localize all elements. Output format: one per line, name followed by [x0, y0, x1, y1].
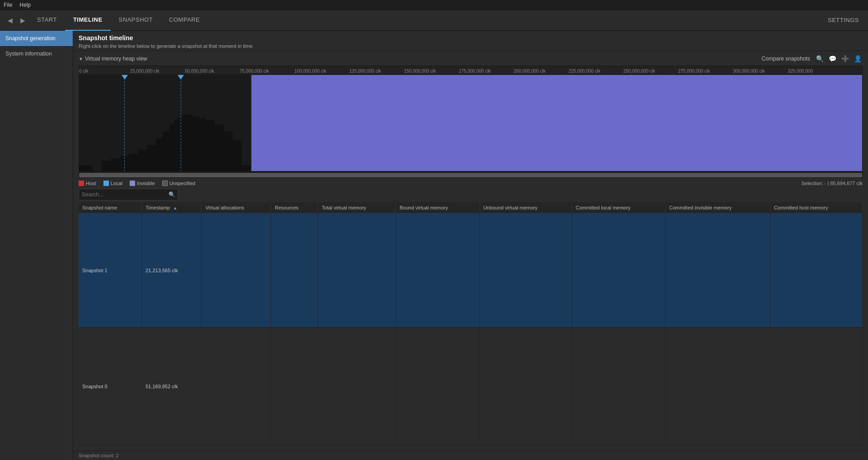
legend-unspecified-color	[162, 181, 168, 186]
snapshot-timestamp-0: 51,169,852 clk	[142, 328, 202, 445]
table-header-row: Snapshot name Timestamp ▲ Virtual alloca…	[79, 202, 863, 213]
ruler-label-4: 100,000,000 clk	[295, 69, 327, 74]
top-nav: ◀ ▶ START TIMELINE SNAPSHOT COMPARE SETT…	[0, 10, 868, 31]
col-header-committed-host[interactable]: Committed host memory	[770, 202, 862, 213]
sort-arrow-icon: ▲	[173, 206, 177, 210]
tab-snapshot[interactable]: SNAPSHOT	[111, 10, 161, 31]
ruler-label-9: 225,000,000 clk	[568, 69, 601, 74]
tab-compare[interactable]: COMPARE	[161, 10, 208, 31]
snapshot-committed-host-1	[770, 213, 862, 328]
legend-local-color	[103, 181, 109, 186]
legend-unspecified-label: Unspecified	[169, 181, 195, 186]
col-header-name[interactable]: Snapshot name	[79, 202, 142, 213]
sidebar: Snapshot generation System information	[0, 31, 73, 460]
scrollbar-thumb[interactable]	[79, 173, 862, 177]
search-input[interactable]	[79, 191, 166, 198]
table-section: 🔍 Snapshot name Timestamp ▲ Virtual allo…	[73, 189, 868, 451]
timeline-label-text: Virtual memory heap view	[85, 56, 147, 62]
legend-invisible-color	[130, 181, 135, 186]
table-row[interactable]: Snapshot 1 21,213,565 clk	[79, 213, 863, 328]
col-header-total-virtual[interactable]: Total virtual memory	[318, 202, 396, 213]
timeline-svg	[79, 75, 862, 171]
snapshot-unbound-virtual-0	[479, 328, 572, 445]
snapshot-total-virtual-1	[318, 213, 396, 328]
timeline-chart[interactable]	[79, 74, 863, 172]
snapshot-committed-invisible-1	[665, 213, 770, 328]
comment-icon[interactable]: 💬	[827, 54, 837, 64]
search-tool-icon[interactable]: 🔍	[815, 54, 825, 64]
section-title: Snapshot timeline	[79, 34, 863, 42]
ruler-label-5: 125,000,000 clk	[349, 69, 381, 74]
menu-file[interactable]: File	[4, 2, 12, 8]
timeline-section: ▼ Virtual memory heap view Compare snaps…	[73, 51, 868, 189]
menu-bar: File Help	[0, 0, 868, 10]
selection-info: Selection: - | 85,694,677 clk	[801, 181, 863, 186]
col-header-virtual-alloc[interactable]: Virtual allocations	[202, 202, 271, 213]
legend-host-label: Host	[86, 181, 96, 186]
status-bar: Snapshot count: 2	[73, 451, 868, 460]
snapshot-0-marker	[178, 75, 184, 79]
ruler-label-8: 200,000,000 clk	[514, 69, 546, 74]
nav-back-button[interactable]: ◀	[4, 14, 16, 27]
legend-unspecified: Unspecified	[162, 181, 195, 186]
legend-host-color	[79, 181, 84, 186]
legend-invisible: Invisible	[130, 181, 155, 186]
snapshot-1-arrow	[122, 75, 128, 79]
search-icon: 🔍	[166, 191, 178, 198]
col-header-committed-local[interactable]: Committed local memory	[572, 202, 665, 213]
legend: Host Local Invisible Unspecified	[79, 178, 863, 189]
search-bar[interactable]: 🔍	[79, 189, 178, 200]
col-header-committed-invisible[interactable]: Committed invisible memory	[665, 202, 770, 213]
compare-snapshots-button[interactable]: Compare snapshots	[762, 56, 810, 62]
timeline-ruler: 0 clk 25,000,000 clk 50,000,000 clk 75,0…	[79, 65, 863, 74]
menu-help[interactable]: Help	[19, 2, 31, 8]
timeline-scrollbar[interactable]	[79, 172, 863, 178]
settings-button[interactable]: SETTINGS	[822, 17, 864, 23]
legend-items: Host Local Invisible Unspecified	[79, 181, 195, 186]
sidebar-item-system-information[interactable]: System information	[0, 46, 73, 61]
snapshot-committed-host-0	[770, 328, 862, 445]
legend-local: Local	[103, 181, 122, 186]
col-header-bound-virtual[interactable]: Bound virtual memory	[396, 202, 479, 213]
add-icon[interactable]: ➕	[840, 54, 850, 64]
main-content: Snapshot timeline Right-click on the tim…	[73, 31, 868, 460]
user-icon[interactable]: 👤	[853, 54, 863, 64]
snapshot-name-1: Snapshot 1	[79, 213, 142, 328]
tab-timeline[interactable]: TIMELINE	[65, 10, 111, 31]
ruler-label-0: 0 clk	[79, 69, 89, 74]
svg-rect-1	[251, 75, 862, 171]
ruler-label-12: 300,000,000 clk	[733, 69, 765, 74]
ruler-label-10: 250,000,000 clk	[623, 69, 655, 74]
legend-host: Host	[79, 181, 96, 186]
timeline-header: ▼ Virtual memory heap view Compare snaps…	[79, 54, 863, 64]
main-layout: Snapshot generation System information S…	[0, 31, 868, 460]
snapshot-bound-virtual-1	[396, 213, 479, 328]
toolbar-icons: 🔍 💬 ➕ 👤	[815, 54, 863, 64]
col-header-resources[interactable]: Resources	[271, 202, 318, 213]
snapshot-committed-invisible-0	[665, 328, 770, 445]
col-header-unbound-virtual[interactable]: Unbound virtual memory	[479, 202, 572, 213]
snapshot-count: Snapshot count: 2	[79, 453, 119, 458]
snapshot-committed-local-0	[572, 328, 665, 445]
ruler-label-3: 75,000,000 clk	[239, 69, 269, 74]
snapshot-0-arrow	[178, 75, 184, 79]
snapshot-table: Snapshot name Timestamp ▲ Virtual alloca…	[79, 202, 863, 445]
ruler-label-1: 25,000,000 clk	[130, 69, 160, 74]
ruler-label-13: 325,000,000	[788, 69, 813, 74]
table-row[interactable]: Snapshot 0 51,169,852 clk	[79, 328, 863, 445]
snapshot-name-0: Snapshot 0	[79, 328, 142, 445]
sidebar-item-snapshot-generation[interactable]: Snapshot generation	[0, 31, 73, 46]
snapshot-total-virtual-0	[318, 328, 396, 445]
ruler-label-2: 50,000,000 clk	[185, 69, 214, 74]
timeline-label[interactable]: ▼ Virtual memory heap view	[79, 56, 147, 62]
snapshot-unbound-virtual-1	[479, 213, 572, 328]
nav-forward-button[interactable]: ▶	[16, 14, 29, 27]
tab-start[interactable]: START	[29, 10, 65, 31]
snapshot-1-marker	[122, 75, 128, 79]
snapshot-timestamp-1: 21,213,565 clk	[142, 213, 202, 328]
col-header-timestamp[interactable]: Timestamp ▲	[142, 202, 202, 213]
snapshot-committed-local-1	[572, 213, 665, 328]
snapshot-resources-0	[271, 328, 318, 445]
snapshot-virtual-alloc-1	[202, 213, 271, 328]
legend-invisible-label: Invisible	[137, 181, 155, 186]
